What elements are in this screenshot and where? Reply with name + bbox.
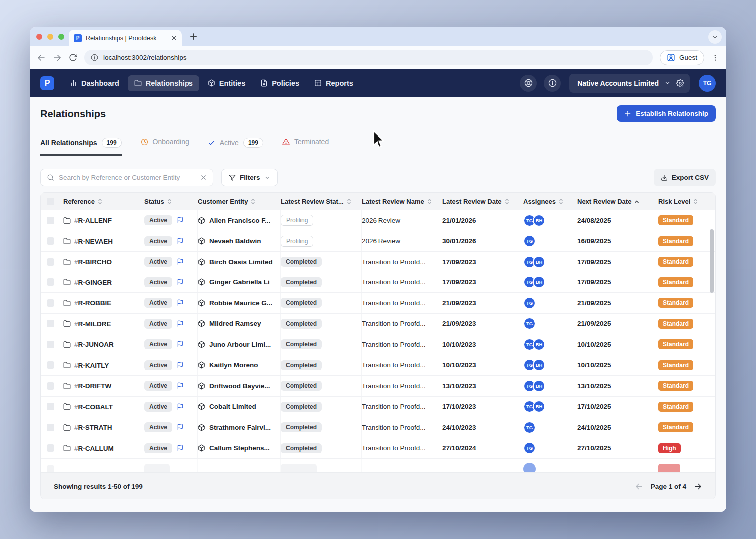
guest-profile-button[interactable]: Guest xyxy=(660,50,704,65)
column-header-assignees[interactable]: Assignees xyxy=(523,198,577,205)
reference-cell[interactable]: #R-GINGER xyxy=(63,272,144,293)
flag-icon[interactable] xyxy=(177,258,184,265)
nav-item-policies[interactable]: Policies xyxy=(254,75,306,91)
column-header-status[interactable]: Status xyxy=(144,198,198,205)
customer-entity-cell[interactable]: Allen Francisco F... xyxy=(198,210,281,231)
reference-cell[interactable]: #R-BIRCHO xyxy=(63,252,144,272)
row-checkbox[interactable] xyxy=(47,258,54,266)
sort-icon[interactable] xyxy=(693,198,698,205)
sort-icon[interactable] xyxy=(98,198,102,205)
new-tab-button[interactable] xyxy=(189,32,198,41)
reference-cell[interactable]: #R-KAITLY xyxy=(63,355,144,376)
nav-item-relationships[interactable]: Relationships xyxy=(128,75,199,91)
customer-entity-cell[interactable]: Strathmore Fairvi... xyxy=(198,417,281,438)
column-header-reference[interactable]: Reference xyxy=(63,198,144,205)
row-checkbox[interactable] xyxy=(47,444,54,452)
reference-cell[interactable]: #R-ALLENF xyxy=(63,210,144,231)
customer-entity-cell[interactable]: Callum Stephens... xyxy=(198,438,281,459)
sort-icon[interactable] xyxy=(559,198,563,205)
column-header-latest-review-date[interactable]: Latest Review Date xyxy=(442,198,523,205)
select-all-checkbox[interactable] xyxy=(47,198,54,205)
tab-all-relationships[interactable]: All Relationships 199 xyxy=(40,135,122,156)
nav-item-reports[interactable]: Reports xyxy=(308,75,360,91)
table-row[interactable]: #R-GINGER Active Ginger Gabriella Li Com… xyxy=(41,272,715,293)
next-page-icon[interactable] xyxy=(694,482,702,491)
table-row[interactable]: #R-COBALT Active Cobalt Limited Complete… xyxy=(41,397,715,418)
back-button[interactable] xyxy=(37,53,46,62)
row-checkbox[interactable] xyxy=(47,382,54,390)
flag-icon[interactable] xyxy=(177,424,184,431)
flag-icon[interactable] xyxy=(177,362,184,369)
reference-cell[interactable]: #R-STRATH xyxy=(63,417,144,438)
flag-icon[interactable] xyxy=(177,403,184,410)
reload-button[interactable] xyxy=(69,53,77,62)
customer-entity-cell[interactable]: Ginger Gabriella Li xyxy=(198,272,281,293)
tab-close-icon[interactable] xyxy=(171,35,177,41)
sort-icon[interactable] xyxy=(427,198,432,205)
browser-menu-icon[interactable] xyxy=(711,54,719,62)
customer-entity-cell[interactable]: Driftwood Bayvie... xyxy=(198,376,281,396)
flag-icon[interactable] xyxy=(177,238,184,245)
search-input[interactable] xyxy=(59,174,196,181)
reference-cell[interactable]: #R-CALLUM xyxy=(63,438,144,459)
previous-page-icon[interactable] xyxy=(635,482,643,491)
browser-tab[interactable]: P Relationships | Proofdesk xyxy=(69,30,182,46)
close-window-button[interactable] xyxy=(36,34,42,40)
info-button[interactable] xyxy=(544,75,561,92)
row-checkbox[interactable] xyxy=(47,217,54,224)
sort-ascending-icon[interactable] xyxy=(634,199,639,204)
tab-onboarding[interactable]: Onboarding xyxy=(141,135,189,152)
url-bar[interactable]: localhost:3002/relationships xyxy=(84,50,653,65)
sort-icon[interactable] xyxy=(505,198,509,205)
table-scrollbar[interactable] xyxy=(710,229,714,293)
reference-cell[interactable]: #R-MILDRE xyxy=(63,314,144,334)
column-header-latest-review-name[interactable]: Latest Review Name xyxy=(362,198,442,205)
table-row[interactable]: #R-JUNOAR Active Juno Arbour Limi... Com… xyxy=(41,334,715,355)
customer-entity-cell[interactable]: Cobalt Limited xyxy=(198,397,281,417)
column-header-risk-level[interactable]: Risk Level xyxy=(658,198,715,205)
sort-icon[interactable] xyxy=(347,198,351,205)
tenant-switcher[interactable]: Native Accounts Limited xyxy=(569,74,690,93)
customer-entity-cell[interactable]: Mildred Ramsey xyxy=(198,314,281,334)
column-header-latest-review-status[interactable]: Latest Review Stat... xyxy=(281,198,362,205)
table-row[interactable]: #R-CALLUM Active Callum Stephens... Comp… xyxy=(41,438,715,459)
filters-button[interactable]: Filters xyxy=(221,169,278,186)
customer-entity-cell[interactable]: Nevaeh Baldwin xyxy=(198,231,281,252)
table-row[interactable]: #R-MILDRE Active Mildred Ramsey Complete… xyxy=(41,314,715,335)
table-row[interactable]: #R-KAITLY Active Kaitlyn Moreno Complete… xyxy=(41,355,715,376)
reference-cell[interactable]: #R-NEVAEH xyxy=(63,231,144,252)
export-csv-button[interactable]: Export CSV xyxy=(654,169,716,186)
establish-relationship-button[interactable]: Establish Relationship xyxy=(617,105,716,122)
tab-active[interactable]: Active 199 xyxy=(208,135,263,154)
sort-icon[interactable] xyxy=(167,198,172,205)
flag-icon[interactable] xyxy=(177,382,184,389)
table-row[interactable]: #R-DRIFTW Active Driftwood Bayvie... Com… xyxy=(41,376,715,397)
clear-search-icon[interactable] xyxy=(200,174,207,181)
table-row[interactable]: #R-NEVAEH Active Nevaeh Baldwin Profilin… xyxy=(41,231,715,252)
nav-item-dashboard[interactable]: Dashboard xyxy=(63,75,126,91)
reference-cell[interactable]: #R-JUNOAR xyxy=(63,334,144,355)
flag-icon[interactable] xyxy=(177,279,184,286)
row-checkbox[interactable] xyxy=(47,278,54,286)
flag-icon[interactable] xyxy=(177,320,184,327)
reference-cell[interactable]: #R-ROBBIE xyxy=(63,293,144,313)
customer-entity-cell[interactable]: Robbie Maurice G... xyxy=(198,293,281,313)
minimize-window-button[interactable] xyxy=(47,34,53,40)
column-header-next-review-date[interactable]: Next Review Date xyxy=(577,198,658,205)
row-checkbox[interactable] xyxy=(47,341,54,348)
forward-button[interactable] xyxy=(53,53,62,62)
row-checkbox[interactable] xyxy=(47,403,54,410)
table-row[interactable]: #R-BIRCHO Active Birch Oasis Limited Com… xyxy=(41,252,715,272)
reference-cell[interactable]: #R-DRIFTW xyxy=(63,376,144,396)
table-row[interactable]: #R-ROBBIE Active Robbie Maurice G... Com… xyxy=(41,293,715,314)
reference-cell[interactable]: #R-COBALT xyxy=(63,397,144,417)
gear-icon[interactable] xyxy=(676,79,684,87)
help-button[interactable] xyxy=(520,75,537,92)
column-header-customer-entity[interactable]: Customer Entity xyxy=(198,198,281,205)
table-row[interactable]: #R-ALLENF Active Allen Francisco F... Pr… xyxy=(41,210,715,231)
sort-icon[interactable] xyxy=(251,198,255,205)
site-info-icon[interactable] xyxy=(91,54,98,61)
row-checkbox[interactable] xyxy=(47,299,54,307)
proofdesk-logo[interactable]: P xyxy=(40,76,54,90)
row-checkbox[interactable] xyxy=(47,424,54,431)
